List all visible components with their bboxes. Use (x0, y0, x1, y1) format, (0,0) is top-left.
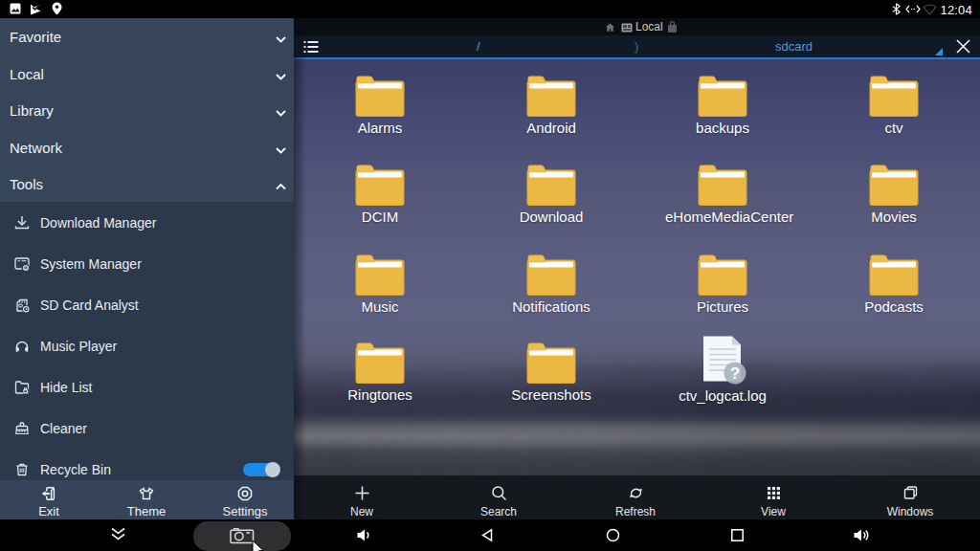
svg-text:?: ? (730, 364, 740, 383)
